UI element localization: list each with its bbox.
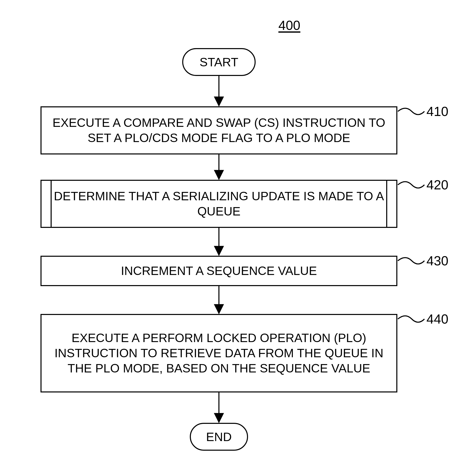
process-430-text: INCREMENT A SEQUENCE VALUE bbox=[121, 263, 317, 279]
process-410: EXECUTE A COMPARE AND SWAP (CS) INSTRUCT… bbox=[40, 106, 397, 154]
process-440-text: EXECUTE A PERFORM LOCKED OPERATION (PLO)… bbox=[52, 330, 386, 376]
end-label: END bbox=[206, 430, 232, 444]
start-terminator: START bbox=[182, 48, 256, 76]
start-label: START bbox=[200, 55, 238, 69]
process-430: INCREMENT A SEQUENCE VALUE bbox=[40, 256, 397, 286]
flowchart-canvas: 400 START EXECUTE A COMPARE AND SWAP (CS… bbox=[0, 0, 472, 476]
process-420-text: DETERMINE THAT A SERIALIZING UPDATE IS M… bbox=[52, 189, 386, 219]
end-terminator: END bbox=[190, 423, 248, 451]
process-440: EXECUTE A PERFORM LOCKED OPERATION (PLO)… bbox=[40, 314, 397, 392]
ref-410: 410 bbox=[426, 104, 448, 119]
process-420: DETERMINE THAT A SERIALIZING UPDATE IS M… bbox=[40, 180, 397, 228]
ref-430: 430 bbox=[426, 253, 448, 268]
ref-420: 420 bbox=[426, 177, 448, 192]
figure-id: 400 bbox=[278, 18, 300, 33]
ref-440: 440 bbox=[426, 311, 448, 327]
process-410-text: EXECUTE A COMPARE AND SWAP (CS) INSTRUCT… bbox=[52, 115, 386, 146]
